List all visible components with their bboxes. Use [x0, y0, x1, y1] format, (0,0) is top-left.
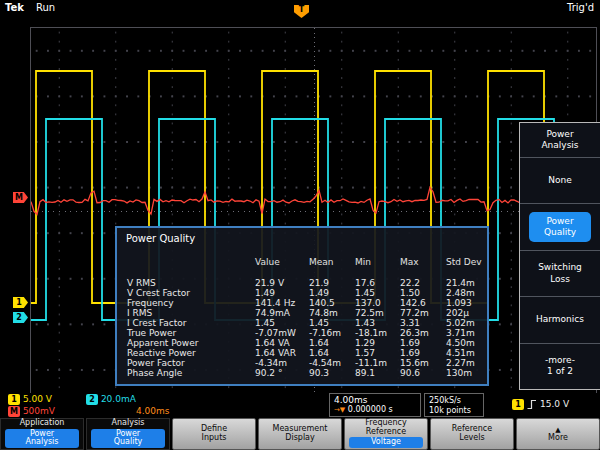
ch1-readout: 1 5.00 V	[8, 394, 52, 405]
timebase-box: 4.00ms →▼ 0.000000 s	[329, 393, 421, 417]
menu-button-analysis[interactable]: Analysis Power Quality	[86, 418, 170, 450]
column-header: Mean	[309, 257, 355, 267]
measurement-name: I Crest Factor	[127, 318, 255, 328]
measurement-name: Frequency	[127, 298, 255, 308]
ch2-readout: 2 20.0mA	[86, 394, 136, 405]
menu-button-frequency-reference[interactable]: Frequency Reference Voltage	[344, 418, 428, 450]
measurement-value: 1.45	[255, 318, 309, 328]
menu-button-label: Measurement Display	[259, 425, 341, 443]
bottom-menu: Application Power Analysis Analysis Powe…	[0, 418, 600, 450]
measurement-value: 130m	[446, 368, 494, 378]
measurement-value: 1.45	[355, 288, 400, 298]
measurement-value: 1.29	[355, 338, 400, 348]
measurement-name: V Crest Factor	[127, 288, 255, 298]
measurement-value: 1.64 VA	[255, 338, 309, 348]
measurement-name: I RMS	[127, 308, 255, 318]
menu-button-more[interactable]: ▲ More	[516, 418, 600, 450]
measurement-value: 21.9 V	[255, 278, 309, 288]
measurement-row: True Power-7.07mW-7.16m-18.1m26.3m3.71m	[117, 328, 487, 338]
measurement-value: 4.50m	[446, 338, 494, 348]
acquisition-box: 250kS/s 10k points	[424, 393, 484, 417]
menu-button-value: Voltage	[349, 437, 423, 448]
measurement-value: 4.51m	[446, 348, 494, 358]
measurement-value: 15.6m	[400, 358, 446, 368]
menu-button-label: Application	[1, 419, 83, 428]
ch2-scale: 20.0mA	[101, 394, 136, 404]
side-menu-item-switching-loss[interactable]: Switching Loss	[520, 250, 600, 296]
menu-button-value: Power Analysis	[5, 429, 79, 449]
side-menu-item-label: Harmonics	[536, 314, 584, 325]
side-menu-item-label: Switching Loss	[533, 262, 587, 285]
side-menu-title: Power Analysis	[532, 129, 588, 152]
measurement-value: 72.5m	[355, 308, 400, 318]
trigger-position-marker-icon: T	[294, 5, 309, 18]
measurement-value: 90.6	[400, 368, 446, 378]
measurement-value: 26.3m	[400, 328, 446, 338]
measurement-value: 17.6	[355, 278, 400, 288]
menu-button-label: Frequency Reference	[345, 419, 427, 437]
menu-button-label: Define Inputs	[173, 425, 255, 443]
side-menu-item-more[interactable]: -more- 1 of 2	[520, 343, 600, 389]
measurement-value: 142.6	[400, 298, 446, 308]
menu-button-application[interactable]: Application Power Analysis	[0, 418, 84, 450]
menu-button-measurement-display[interactable]: Measurement Display	[258, 418, 342, 450]
measurement-value: 5.02m	[446, 318, 494, 328]
trigger-level: 15.0 V	[540, 399, 569, 409]
measurement-value: 1.64	[309, 338, 355, 348]
measurement-value: 74.9mA	[255, 308, 309, 318]
measurement-row: Frequency141.4 Hz140.5137.0142.61.093	[117, 298, 487, 308]
measurement-value: -18.1m	[355, 328, 400, 338]
side-menu-item-label: None	[548, 175, 571, 186]
oscilloscope-screen: Tek Run Trig'd T M 1 2 Power Quality Val…	[0, 0, 600, 450]
ch1-reference-marker-icon: 1	[13, 297, 28, 308]
measurement-value: 21.4m	[446, 278, 494, 288]
side-menu-item-harmonics[interactable]: Harmonics	[520, 296, 600, 342]
measurement-value: 1.45	[309, 318, 355, 328]
math-scale: 500mV	[23, 406, 55, 416]
sample-rate: 250kS/s	[429, 396, 479, 406]
measurement-value: 1.69	[400, 338, 446, 348]
side-menu-header: Power Analysis	[520, 123, 600, 157]
measurement-value: -7.16m	[309, 328, 355, 338]
menu-button-define-inputs[interactable]: Define Inputs	[172, 418, 256, 450]
measurement-value: 141.4 Hz	[255, 298, 309, 308]
status-bar: 1 5.00 V 2 20.0mA M 500mV 4.00ms 4.00ms …	[0, 393, 600, 418]
measurement-value: 90.2 °	[255, 368, 309, 378]
ch2-badge: 2	[86, 394, 98, 405]
column-header: Min	[355, 257, 400, 267]
measurement-name: True Power	[127, 328, 255, 338]
menu-button-reference-levels[interactable]: Reference Levels	[430, 418, 514, 450]
measurement-value: 2.48m	[446, 288, 494, 298]
measurement-value: 1.57	[355, 348, 400, 358]
measurement-value: 1.093	[446, 298, 494, 308]
math-timebase: 4.00ms	[136, 406, 170, 416]
measurement-row: V Crest Factor1.491.491.451.502.48m	[117, 288, 487, 298]
measurement-name: Apparent Power	[127, 338, 255, 348]
measurement-value: 90.3	[309, 368, 355, 378]
trigger-status: Trig'd	[567, 2, 594, 13]
measurement-value: 1.64	[309, 348, 355, 358]
measurement-name: V RMS	[127, 278, 255, 288]
measurement-row: I Crest Factor1.451.451.433.315.02m	[117, 318, 487, 328]
ch1-badge: 1	[8, 394, 20, 405]
measurement-value: 1.49	[309, 288, 355, 298]
measurement-value: 74.8m	[309, 308, 355, 318]
measurement-value: 21.9	[309, 278, 355, 288]
side-menu: Power Analysis None Power Quality Switch…	[519, 122, 600, 390]
measurement-value: 77.2m	[400, 308, 446, 318]
measurement-value: 1.43	[355, 318, 400, 328]
column-header: Value	[255, 257, 309, 267]
results-title: Power Quality	[117, 228, 487, 244]
measurement-value: 140.5	[309, 298, 355, 308]
menu-button-value: Power Quality	[91, 429, 165, 449]
trigger-source-badge: 1	[512, 399, 524, 410]
measurement-value: 89.1	[355, 368, 400, 378]
measurement-row: Power Factor-4.34m-4.54m-11.1m15.6m2.27m	[117, 358, 487, 368]
side-menu-item-power-quality[interactable]: Power Quality	[520, 203, 600, 249]
side-menu-item-none[interactable]: None	[520, 157, 600, 203]
column-header	[127, 257, 255, 267]
measurement-value: 22.2	[400, 278, 446, 288]
measurement-value: -7.07mW	[255, 328, 309, 338]
side-menu-item-label: -more- 1 of 2	[545, 355, 575, 378]
measurement-name: Phase Angle	[127, 368, 255, 378]
